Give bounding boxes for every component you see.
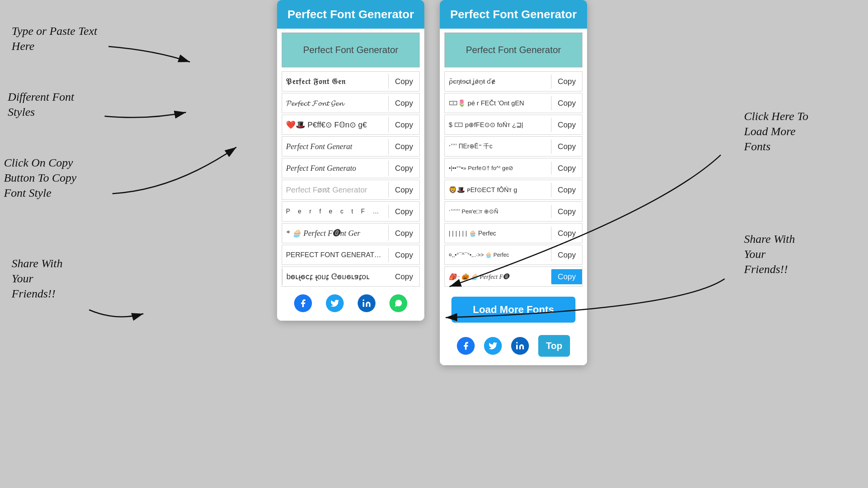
font-row-7: P e r f e c t F o n t Copy [282, 201, 420, 222]
p2-font-text-1: ρ̆єŋŧɘɕŧ ʝǿṉŧ ʛɇ [445, 74, 551, 89]
font-text-6: Perfect Fo̷n̷t̷ Generator [282, 182, 389, 198]
phone1: Perfect Font Generator Perfect Font Gene… [277, 0, 424, 321]
font-row-6: Perfect Fo̷n̷t̷ Generator Copy [282, 180, 420, 200]
p2-font-row-7: ˑˈˈˈˈˈˈ Pея'е□т ⊕⊙Ñ Copy [444, 201, 582, 222]
phone2-body: Perfect Font Generator ρ̆єŋŧɘɕŧ ʝǿṉŧ ʛɇ … [440, 29, 587, 365]
p2-font-text-2: 🀱🌷 pé r FEČt 'Ont gEN [445, 96, 551, 110]
font-row-9: PERFECT FONT GENERATOR Copy [282, 245, 420, 265]
p2-font-text-4: ˑˈˈˈˈ ΠЕr⊕Ē⁼ 千c [445, 139, 551, 154]
font-row-5: Perfect Font Generato Copy [282, 158, 420, 178]
phone2-facebook-icon[interactable] [457, 337, 475, 355]
p2-font-row-6: 🦁🎩 ᴘEf⊙ЕCТ fÔŃт g Copy [444, 180, 582, 200]
left-annotations: Type or Paste TextHere Different FontSty… [0, 0, 128, 23]
font-text-1: 𝔓𝔢𝔯𝔣𝔢𝔠𝔱 𝔉𝔬𝔫𝔱 𝔊𝔢𝔫 [282, 74, 389, 89]
load-more-button[interactable]: Load More Fonts [451, 297, 575, 323]
copy-btn-3[interactable]: Copy [389, 117, 419, 132]
annotation-click-copy: Click On CopyButton To CopyFont Style [4, 155, 76, 200]
phone2-linkedin-icon[interactable] [511, 337, 529, 355]
right-annotations: Click Here ToLoad MoreFonts Share WithYo… [736, 0, 868, 277]
font-row-2: 𝓟𝓮𝓻𝓯𝓮𝓬𝓽 𝓕𝓸𝓷𝓽 𝓖𝓮𝓷 Copy [282, 93, 420, 113]
svg-rect-2 [516, 345, 518, 349]
phone1-input[interactable]: Perfect Font Generator [282, 33, 420, 67]
font-text-8: * 🧁 Perfect F🅞nt Ger [282, 225, 389, 241]
phone2-social-row: Top [444, 329, 582, 361]
page-wrapper: Type or Paste TextHere Different FontSty… [0, 0, 868, 488]
p2-font-row-4: ˑˈˈˈˈ ΠЕr⊕Ē⁼ 千c Copy [444, 136, 582, 156]
font-row-3: ❤️🎩 P€ff€⊙ F𝕆n⊙ g€ Copy [282, 115, 420, 135]
font-row-10: ɹoʇɐɹǝuǝ⅁ ʇuoɟ ʇɔǝɟɹǝd Copy [282, 266, 420, 287]
p2-font-text-5: •|••°°•» Pєrfe⊙† fo^ᵗ ge⊘ [445, 162, 551, 175]
copy-btn-8[interactable]: Copy [389, 226, 419, 241]
p2-copy-btn-3[interactable]: Copy [551, 117, 582, 132]
p2-font-text-3: $ 🀱 p⊕fFE⊙⊙ foŃт ¿⊒| [445, 118, 551, 132]
copy-btn-7[interactable]: Copy [389, 204, 419, 219]
p2-font-text-9: ¤,,•°¯^¯°•,..·>> 🧁 Perfec [445, 249, 551, 261]
font-row-1: 𝔓𝔢𝔯𝔣𝔢𝔠𝔱 𝔉𝔬𝔫𝔱 𝔊𝔢𝔫 Copy [282, 71, 420, 91]
annotation-share-left: Share WithYourFriends!! [12, 256, 62, 301]
p2-copy-btn-2[interactable]: Copy [551, 96, 582, 111]
p2-copy-btn-8[interactable]: Copy [551, 226, 582, 241]
top-button[interactable]: Top [538, 335, 570, 357]
annotation-type-paste: Type or Paste TextHere [12, 23, 97, 53]
phone1-social-row [282, 288, 420, 317]
twitter-icon[interactable] [326, 294, 344, 312]
font-text-10: ɹoʇɐɹǝuǝ⅁ ʇuoɟ ʇɔǝɟɹǝd [282, 269, 389, 284]
svg-rect-0 [363, 302, 364, 307]
phone2-header: Perfect Font Generator [440, 0, 587, 29]
annotation-share-right: Share WithYourFriends!! [744, 231, 860, 277]
p2-font-text-6: 🦁🎩 ᴘEf⊙ЕCТ fÔŃт g [445, 183, 551, 197]
p2-font-row-5: •|••°°•» Pєrfe⊙† fo^ᵗ ge⊘ Copy [444, 158, 582, 178]
p2-font-row-10: 🎒 · 🎃 🧁 Perfect F🅖 Copy [444, 266, 582, 287]
font-text-4: Perfect Font Generat [282, 139, 389, 154]
annotation-different-fonts: Different FontStyles [8, 89, 74, 119]
font-text-5: Perfect Font Generato [282, 161, 389, 176]
phone2: Perfect Font Generator Perfect Font Gene… [440, 0, 587, 365]
font-text-9: PERFECT FONT GENERATOR [282, 248, 389, 262]
font-row-4: Perfect Font Generat Copy [282, 136, 420, 156]
p2-font-row-3: $ 🀱 p⊕fFE⊙⊙ foŃт ¿⊒| Copy [444, 115, 582, 135]
phones-area: Perfect Font Generator Perfect Font Gene… [128, 0, 736, 365]
copy-btn-6[interactable]: Copy [389, 182, 419, 198]
font-text-3: ❤️🎩 P€ff€⊙ F𝕆n⊙ g€ [282, 117, 389, 132]
p2-font-row-2: 🀱🌷 pé r FEČt 'Ont gEN Copy [444, 93, 582, 113]
font-text-7: P e r f e c t F o n t [282, 205, 389, 218]
phone2-title: Perfect Font Generator [450, 8, 577, 21]
svg-point-3 [516, 342, 518, 344]
linkedin-icon[interactable] [358, 294, 375, 312]
phone2-twitter-icon[interactable] [484, 337, 502, 355]
p2-copy-btn-5[interactable]: Copy [551, 161, 582, 176]
p2-copy-btn-6[interactable]: Copy [551, 182, 582, 198]
p2-font-row-1: ρ̆єŋŧɘɕŧ ʝǿṉŧ ʛɇ Copy [444, 71, 582, 91]
p2-font-text-7: ˑˈˈˈˈˈˈ Pея'е□т ⊕⊙Ñ [445, 205, 551, 218]
annotation-load-more: Click Here ToLoad MoreFonts [744, 108, 860, 154]
p2-copy-btn-1[interactable]: Copy [551, 74, 582, 89]
p2-font-row-8: | | | | | | 🧁 Perfec Copy [444, 223, 582, 243]
p2-font-row-9: ¤,,•°¯^¯°•,..·>> 🧁 Perfec Copy [444, 245, 582, 265]
copy-btn-1[interactable]: Copy [389, 74, 419, 89]
copy-btn-5[interactable]: Copy [389, 161, 419, 176]
font-text-2: 𝓟𝓮𝓻𝓯𝓮𝓬𝓽 𝓕𝓸𝓷𝓽 𝓖𝓮𝓷 [282, 96, 389, 111]
p2-copy-btn-10[interactable]: Copy [551, 269, 582, 284]
phone1-header: Perfect Font Generator [277, 0, 424, 29]
phone1-title: Perfect Font Generator [288, 8, 414, 21]
copy-btn-2[interactable]: Copy [389, 96, 419, 111]
p2-copy-btn-9[interactable]: Copy [551, 247, 582, 263]
phone1-body: Perfect Font Generator 𝔓𝔢𝔯𝔣𝔢𝔠𝔱 𝔉𝔬𝔫𝔱 𝔊𝔢𝔫 … [277, 29, 424, 321]
p2-font-text-8: | | | | | | 🧁 Perfec [445, 227, 551, 240]
whatsapp-icon[interactable] [389, 294, 407, 312]
copy-btn-10[interactable]: Copy [389, 269, 419, 284]
load-more-container: Load More Fonts [444, 288, 582, 329]
p2-copy-btn-7[interactable]: Copy [551, 204, 582, 219]
p2-font-text-10: 🎒 · 🎃 🧁 Perfect F🅖 [445, 270, 551, 284]
p2-copy-btn-4[interactable]: Copy [551, 139, 582, 154]
font-row-8: * 🧁 Perfect F🅞nt Ger Copy [282, 223, 420, 243]
facebook-icon[interactable] [294, 294, 312, 312]
copy-btn-4[interactable]: Copy [389, 139, 419, 154]
svg-point-1 [363, 299, 364, 301]
phone2-input[interactable]: Perfect Font Generator [444, 33, 582, 67]
copy-btn-9[interactable]: Copy [389, 247, 419, 263]
